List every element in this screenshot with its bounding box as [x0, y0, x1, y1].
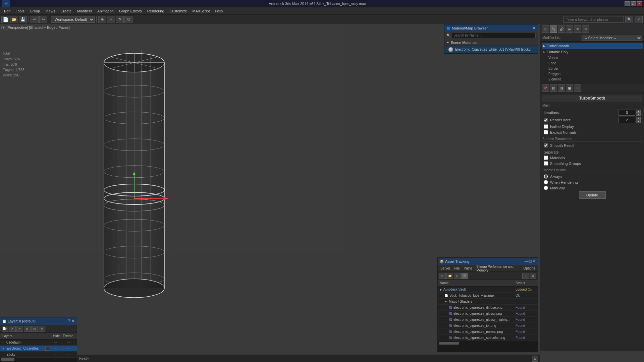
ts-iterations-up[interactable]: ▲: [636, 110, 641, 113]
viewport[interactable]: [+] [Perspective] [Shaded + Edged Faces]…: [0, 24, 344, 351]
menu-edit[interactable]: Edit: [1, 8, 13, 14]
keyword-search-input[interactable]: [564, 16, 624, 23]
show-result-button[interactable]: ◧: [550, 84, 557, 92]
element-sub[interactable]: Element: [542, 76, 643, 82]
at-row-glossy[interactable]: 🖼electronic_cigarettes_glossy.png Found: [438, 311, 538, 317]
remove-modifier-button[interactable]: ✕: [574, 84, 581, 92]
pin-stack-button[interactable]: 📌: [542, 84, 549, 92]
lm-delete-button[interactable]: ✕: [9, 326, 16, 332]
save-button[interactable]: 💾: [19, 16, 27, 23]
at-folder-button[interactable]: 📁: [446, 273, 453, 279]
at-row-diffuse[interactable]: 🖼electronic_cigarettes_diffuse.png Found: [438, 305, 538, 311]
close-button[interactable]: ✕: [637, 1, 642, 6]
at-refresh-button[interactable]: ↻: [439, 273, 446, 279]
at-row-ior[interactable]: 🖼electronic_cigarettes_ior.png Found: [438, 323, 538, 329]
at-row-vault[interactable]: ▶Autodesk Vault Logged Ou: [438, 287, 538, 293]
ts-always-radio[interactable]: [544, 174, 548, 179]
at-menu-server[interactable]: Server: [439, 266, 451, 270]
at-row-max-file[interactable]: 📄Stick_Tobacco_Iqos_vray.max Ok: [438, 293, 538, 299]
material-search-input[interactable]: [452, 33, 536, 38]
lm-row-cigarettes-layer[interactable]: ▼ Electronic_Cigarettes — —: [0, 346, 77, 352]
menu-help[interactable]: Help: [213, 8, 226, 14]
window-controls[interactable]: — □ ✕: [625, 1, 642, 6]
edge-sub[interactable]: Edge: [542, 60, 643, 66]
at-menu-bitmap[interactable]: Bitmap Performance and Memory: [475, 265, 521, 272]
lm-question-button[interactable]: ?: [68, 319, 70, 323]
at-settings-button[interactable]: ⚙: [530, 273, 536, 279]
display-tab-icon[interactable]: 👁: [574, 25, 581, 33]
ts-smoothing-groups-check[interactable]: [544, 161, 548, 166]
minimize-button[interactable]: —: [625, 1, 630, 6]
ts-explicit-normals-check[interactable]: [544, 130, 548, 134]
ts-smooth-result-check[interactable]: [544, 143, 548, 147]
lm-row-sticky[interactable]: sticky — —: [0, 352, 77, 358]
ts-materials-check[interactable]: [544, 156, 548, 160]
menu-views[interactable]: Views: [43, 8, 58, 14]
ts-iterations-down[interactable]: ▼: [636, 113, 641, 116]
open-button[interactable]: 📂: [10, 16, 18, 23]
menu-group[interactable]: Group: [27, 8, 43, 14]
select-button[interactable]: ⊕: [98, 16, 106, 23]
lm-add-selection-button[interactable]: +: [16, 326, 23, 332]
at-row-glossy-highlights[interactable]: 🖼electronic_cigarettes_glossy_highlights…: [438, 317, 538, 323]
ts-render-iters-up[interactable]: ▲: [636, 117, 641, 120]
lm-select-objects-button[interactable]: ⊕: [24, 326, 31, 332]
modifier-list-select[interactable]: -- Select Modifier --: [582, 35, 642, 41]
create-tab-icon[interactable]: ⬡: [542, 25, 549, 33]
redo-button[interactable]: ↪: [39, 16, 47, 23]
move-button[interactable]: ✛: [107, 16, 115, 23]
rotate-button[interactable]: ↻: [116, 16, 124, 23]
menu-modifiers[interactable]: Modifiers: [74, 8, 95, 14]
ts-isoline-check[interactable]: [544, 124, 548, 129]
ts-update-button[interactable]: Update: [579, 191, 606, 199]
help-button[interactable]: ?: [635, 16, 643, 23]
scale-button[interactable]: ⬡: [124, 16, 132, 23]
lm-close-button[interactable]: ✕: [71, 319, 75, 323]
at-row-normal[interactable]: 🖼electronic_cigarettes_normal.png Found: [438, 329, 538, 335]
motion-tab-icon[interactable]: ▶: [566, 25, 573, 33]
turbosmooth-item[interactable]: ▶ TurboSmooth: [542, 43, 643, 49]
lm-cigarettes-color-swatch[interactable]: [45, 347, 49, 351]
lm-highlight-button[interactable]: ◎: [31, 326, 38, 332]
workspace-dropdown[interactable]: Workspace: Default: [51, 16, 95, 23]
ts-manually-radio[interactable]: [544, 186, 548, 190]
ts-render-iters-check[interactable]: [544, 118, 548, 122]
at-menu-options[interactable]: Options: [522, 266, 536, 270]
viewport-maximize-button[interactable]: ⊞: [532, 356, 538, 362]
menu-animation[interactable]: Animation: [95, 8, 116, 14]
hierarchy-tab-icon[interactable]: 🔗: [558, 25, 565, 33]
lm-new-layer-button[interactable]: 📄+: [2, 326, 8, 332]
menu-rendering[interactable]: Rendering: [145, 8, 167, 14]
ts-render-iters-down[interactable]: ▼: [636, 120, 641, 123]
ts-render-iters-input[interactable]: [619, 117, 635, 123]
at-horizontal-scrollbar[interactable]: [438, 341, 538, 345]
at-menu-file[interactable]: File: [453, 266, 461, 270]
at-help-button[interactable]: ?: [522, 273, 529, 279]
menu-maxscript[interactable]: MAXScript: [190, 8, 213, 14]
scene-materials-header[interactable]: ▼ Scene Materials: [444, 39, 538, 46]
make-unique-button[interactable]: ⬤: [566, 84, 573, 92]
lm-horizontal-scrollbar[interactable]: [0, 358, 77, 362]
menu-tools[interactable]: Tools: [13, 8, 27, 14]
at-scroll-thumb[interactable]: [439, 342, 459, 345]
at-minimize-button[interactable]: —: [525, 259, 529, 264]
at-path-input[interactable]: [438, 345, 538, 351]
material-item-cigarettes[interactable]: Electronic_Cigarettes_white_001 (VRayMtl…: [444, 46, 538, 53]
show-end-result-button[interactable]: ◨: [558, 84, 565, 92]
maximize-button[interactable]: □: [631, 1, 636, 6]
material-browser-close[interactable]: ✕: [532, 26, 536, 31]
border-sub[interactable]: Border: [542, 66, 643, 71]
at-list-button[interactable]: ☰: [461, 273, 468, 279]
lm-row-default-layer[interactable]: ✓ 0 (default) — —: [0, 340, 77, 346]
menu-customize[interactable]: Customize: [167, 8, 190, 14]
utilities-tab-icon[interactable]: ⚙: [582, 25, 589, 33]
undo-button[interactable]: ↩: [31, 16, 39, 23]
at-menu-paths[interactable]: Paths: [463, 266, 474, 270]
search-button[interactable]: 🔍: [625, 16, 633, 23]
new-scene-button[interactable]: 📄: [1, 16, 9, 23]
lm-freeze-button[interactable]: ❄: [39, 326, 45, 332]
at-close-button[interactable]: ✕: [532, 259, 536, 264]
polygon-sub[interactable]: Polygon: [542, 71, 643, 76]
vertex-sub[interactable]: Vertex: [542, 55, 643, 60]
editable-poly-item[interactable]: ▶ Editable Poly: [542, 49, 643, 55]
